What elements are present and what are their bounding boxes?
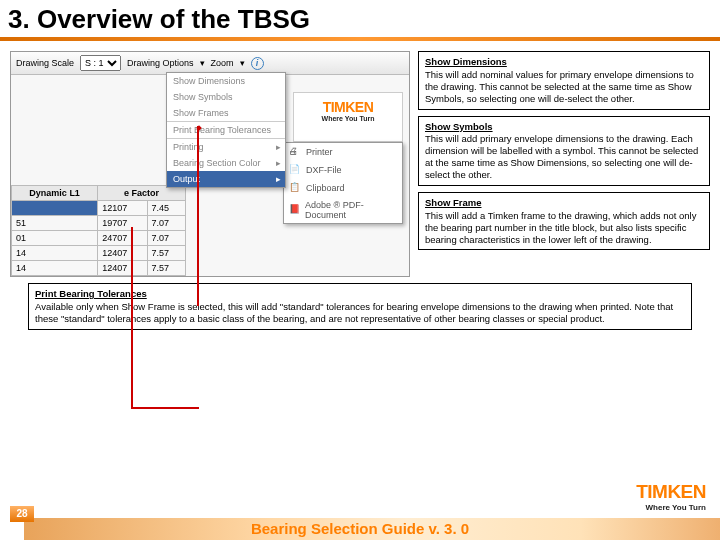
content-area: Drawing Scale S : 1 Drawing Options▾ Zoo… — [0, 41, 720, 281]
table-row: 14124077.57 — [12, 261, 186, 276]
submenu-clipboard[interactable]: 📋Clipboard — [284, 179, 402, 197]
callout-print-tolerances: Print Bearing Tolerances Available only … — [28, 283, 692, 330]
menu-show-dimensions[interactable]: Show Dimensions — [167, 73, 285, 89]
submenu-dxf[interactable]: 📄DXF-File — [284, 161, 402, 179]
screenshot-mock: Drawing Scale S : 1 Drawing Options▾ Zoo… — [10, 51, 410, 277]
info-icon[interactable]: i — [251, 57, 264, 70]
menu-show-frames[interactable]: Show Frames — [167, 105, 285, 121]
drawing-options-label: Drawing Options — [127, 58, 194, 68]
drawing-options-dropdown: Show Dimensions Show Symbols Show Frames… — [166, 72, 286, 188]
drawing-preview: TIMKEN Where You Turn — [293, 92, 403, 142]
drawing-scale-label: Drawing Scale — [16, 58, 74, 68]
file-icon: 📄 — [289, 164, 301, 176]
pdf-icon: 📕 — [289, 204, 300, 216]
drawing-scale-select[interactable]: S : 1 — [80, 55, 121, 71]
submenu-pdf[interactable]: 📕Adobe ® PDF-Document — [284, 197, 402, 223]
menu-print-tolerances[interactable]: Print Bearing Tolerances — [167, 122, 285, 138]
table-row: 51197077.07 — [12, 216, 186, 231]
callout-show-dimensions: Show Dimensions This will add nominal va… — [418, 51, 710, 110]
menu-output[interactable]: Output — [167, 171, 285, 187]
table-row: 121077.45 — [12, 201, 186, 216]
menu-show-symbols[interactable]: Show Symbols — [167, 89, 285, 105]
data-table: Dynamic L1e Factor 121077.45 51197077.07… — [11, 185, 186, 276]
menu-printing[interactable]: Printing — [167, 139, 285, 155]
menu-bearing-color[interactable]: Bearing Section Color — [167, 155, 285, 171]
footer-title: Bearing Selection Guide v. 3. 0 — [0, 520, 720, 537]
callout-show-symbols: Show Symbols This will add primary envel… — [418, 116, 710, 186]
submenu-printer[interactable]: 🖨Printer — [284, 143, 402, 161]
callout-show-frame: Show Frame This will add a Timken frame … — [418, 192, 710, 251]
printer-icon: 🖨 — [289, 146, 301, 158]
slide-title: 3. Overview of the TBSG — [0, 0, 720, 41]
table-row: 14124077.57 — [12, 246, 186, 261]
zoom-label: Zoom — [211, 58, 234, 68]
clipboard-icon: 📋 — [289, 182, 301, 194]
table-row: 01247077.07 — [12, 231, 186, 246]
footer: 28 Bearing Selection Guide v. 3. 0 — [0, 494, 720, 540]
output-submenu: 🖨Printer 📄DXF-File 📋Clipboard 📕Adobe ® P… — [283, 142, 403, 224]
